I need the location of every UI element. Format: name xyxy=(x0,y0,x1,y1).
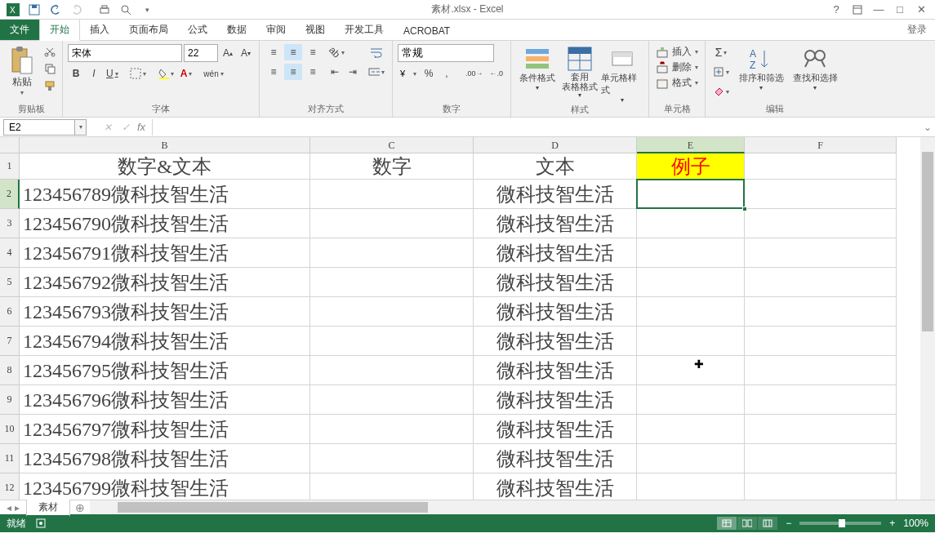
italic-button[interactable]: I xyxy=(86,65,102,82)
namebox-dropdown-icon[interactable]: ▾ xyxy=(75,119,87,136)
autosum-icon[interactable]: Σ xyxy=(710,44,732,60)
close-icon[interactable]: ✕ xyxy=(912,2,930,17)
table-format-button[interactable]: 套用 表格格式▾ xyxy=(559,44,601,104)
add-sheet-icon[interactable]: ⊕ xyxy=(70,501,90,514)
sheet-tab[interactable]: 素材 xyxy=(26,499,70,517)
border-button[interactable] xyxy=(127,65,149,82)
align-middle-icon[interactable]: ≡ xyxy=(284,44,302,60)
hscroll-thumb[interactable] xyxy=(118,502,428,513)
col-header-E[interactable]: E xyxy=(637,137,745,153)
tab-view[interactable]: 视图 xyxy=(296,20,335,40)
fx-icon[interactable]: fx xyxy=(137,121,145,133)
comma-icon[interactable]: , xyxy=(439,65,455,82)
sort-filter-button[interactable]: AZ 排序和筛选▾ xyxy=(737,44,786,100)
row-header[interactable]: 5 xyxy=(0,268,20,297)
cell[interactable] xyxy=(745,209,897,238)
cancel-formula-icon[interactable]: ✕ xyxy=(101,122,114,133)
zoom-in-icon[interactable]: + xyxy=(889,518,895,529)
cell[interactable] xyxy=(310,444,474,473)
cell[interactable] xyxy=(310,473,474,500)
zoom-level[interactable]: 100% xyxy=(903,518,928,529)
fill-color-button[interactable] xyxy=(155,65,176,82)
cell[interactable] xyxy=(745,473,897,500)
cell[interactable]: 123456795微科技智生活 xyxy=(20,356,310,385)
cell[interactable]: 微科技智生活 xyxy=(474,473,637,500)
insert-cells-button[interactable]: 插入 ▾ xyxy=(654,44,700,60)
row-header[interactable]: 9 xyxy=(0,385,20,415)
name-box[interactable] xyxy=(3,119,75,136)
bold-button[interactable]: B xyxy=(68,65,84,82)
page-layout-view-icon[interactable] xyxy=(737,517,757,530)
cell[interactable]: 123456796微科技智生活 xyxy=(20,385,310,415)
font-name-combo[interactable] xyxy=(68,44,182,62)
maximize-icon[interactable]: □ xyxy=(891,2,909,17)
format-cells-button[interactable]: 格式 ▾ xyxy=(654,75,700,91)
select-all-corner[interactable] xyxy=(0,137,20,153)
font-color-button[interactable]: A xyxy=(178,65,195,82)
row-header[interactable]: 6 xyxy=(0,297,20,327)
col-header-B[interactable]: B xyxy=(20,137,310,153)
format-painter-icon[interactable] xyxy=(42,78,57,93)
cut-icon[interactable] xyxy=(42,44,57,59)
zoom-slider[interactable] xyxy=(799,522,881,525)
find-select-button[interactable]: 查找和选择▾ xyxy=(790,44,839,100)
row-header[interactable]: 4 xyxy=(0,238,20,268)
cell[interactable]: 123456794微科技智生活 xyxy=(20,327,310,356)
ribbon-display-icon[interactable] xyxy=(848,2,866,17)
cell[interactable]: 123456790微科技智生活 xyxy=(20,209,310,238)
cell[interactable]: 123456791微科技智生活 xyxy=(20,238,310,268)
tab-acrobat[interactable]: ACROBAT xyxy=(394,22,460,40)
cell[interactable] xyxy=(637,444,745,473)
tab-formula[interactable]: 公式 xyxy=(178,20,217,40)
orientation-icon[interactable]: ab xyxy=(327,44,347,60)
col-header-D[interactable]: D xyxy=(474,137,637,153)
preview-icon[interactable] xyxy=(116,2,136,18)
cell[interactable] xyxy=(745,444,897,473)
cell[interactable] xyxy=(310,385,474,415)
cell[interactable]: 微科技智生活 xyxy=(474,415,637,444)
copy-icon[interactable] xyxy=(42,61,57,76)
page-break-view-icon[interactable] xyxy=(758,517,777,530)
merge-center-icon[interactable] xyxy=(366,64,387,80)
increase-indent-icon[interactable]: ⇥ xyxy=(345,64,361,80)
cell[interactable]: 微科技智生活 xyxy=(474,180,637,209)
cell[interactable] xyxy=(637,209,745,238)
sheet-nav-prev-icon[interactable]: ◂ xyxy=(7,502,11,513)
percent-icon[interactable]: % xyxy=(421,65,437,82)
formula-input[interactable] xyxy=(152,119,920,136)
decrease-indent-icon[interactable]: ⇤ xyxy=(327,64,343,80)
sheet-nav-next-icon[interactable]: ▸ xyxy=(15,502,20,513)
cell[interactable]: 微科技智生活 xyxy=(474,209,637,238)
tab-home[interactable]: 开始 xyxy=(39,19,80,41)
shrink-font-icon[interactable]: A▾ xyxy=(238,45,254,61)
sheet-nav[interactable]: ◂▸ xyxy=(0,502,26,513)
cell[interactable] xyxy=(637,327,745,356)
row-header[interactable]: 2 xyxy=(0,180,20,209)
row-header[interactable]: 12 xyxy=(0,473,20,500)
expand-formula-icon[interactable]: ⌄ xyxy=(920,122,935,133)
cell[interactable] xyxy=(310,180,474,209)
underline-button[interactable]: U xyxy=(104,65,121,82)
cell[interactable] xyxy=(637,415,745,444)
grow-font-icon[interactable]: A▴ xyxy=(220,45,236,61)
zoom-thumb[interactable] xyxy=(839,519,845,527)
col-header-C[interactable]: C xyxy=(310,137,474,153)
excel-icon[interactable]: X xyxy=(3,2,23,18)
macro-record-icon[interactable] xyxy=(36,518,46,528)
vertical-scrollbar[interactable] xyxy=(920,137,935,500)
fill-handle[interactable] xyxy=(742,207,747,211)
cell[interactable]: 数字 xyxy=(310,153,474,180)
cell[interactable]: 123456789微科技智生活 xyxy=(20,180,310,209)
cell[interactable]: 微科技智生活 xyxy=(474,356,637,385)
cell[interactable] xyxy=(745,153,897,180)
number-format-combo[interactable] xyxy=(398,44,494,62)
cell[interactable]: 微科技智生活 xyxy=(474,297,637,327)
align-bottom-icon[interactable]: ≡ xyxy=(304,44,322,60)
cell[interactable] xyxy=(745,180,897,209)
cell[interactable] xyxy=(637,268,745,297)
cell-style-button[interactable]: 单元格样式▾ xyxy=(601,44,643,104)
cell[interactable] xyxy=(637,297,745,327)
cell[interactable]: 微科技智生活 xyxy=(474,327,637,356)
row-header[interactable]: 11 xyxy=(0,444,20,473)
cell[interactable] xyxy=(745,327,897,356)
